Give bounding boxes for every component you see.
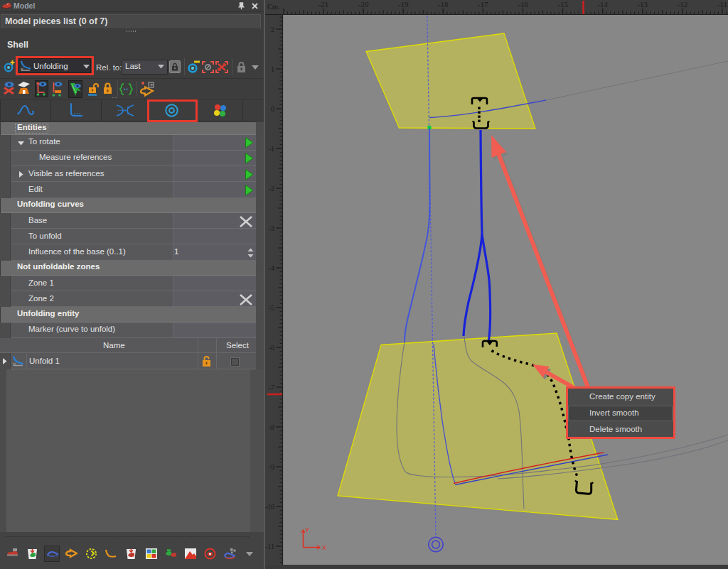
- svg-text:Y: Y: [305, 526, 309, 533]
- svg-text:-3: -3: [269, 224, 274, 232]
- svg-text:-6: -6: [269, 344, 274, 352]
- svg-text:-11: -11: [265, 543, 274, 551]
- svg-text:-9: -9: [269, 463, 274, 471]
- svg-text:-12: -12: [678, 0, 688, 9]
- svg-text:1: 1: [271, 65, 274, 73]
- svg-text:-21: -21: [318, 0, 329, 9]
- svg-text:-18: -18: [438, 0, 449, 9]
- svg-text:-1: -1: [269, 145, 274, 153]
- svg-text:-5: -5: [269, 304, 274, 312]
- svg-text:-13: -13: [637, 0, 648, 9]
- svg-text:-19: -19: [398, 0, 409, 9]
- svg-text:-8: -8: [269, 423, 274, 431]
- svg-text:-15: -15: [557, 0, 568, 9]
- svg-text:2: 2: [271, 26, 274, 33]
- svg-text:-20: -20: [358, 0, 369, 9]
- svg-text:Cm.: Cm.: [267, 3, 280, 11]
- svg-text:-16: -16: [518, 0, 528, 9]
- svg-text:-7: -7: [269, 384, 274, 391]
- svg-text:X: X: [322, 544, 326, 551]
- svg-text:-17: -17: [478, 0, 488, 9]
- svg-text:-14: -14: [597, 0, 608, 9]
- svg-text:0: 0: [271, 105, 274, 113]
- svg-text:-4: -4: [269, 264, 274, 272]
- svg-text:-2: -2: [269, 185, 274, 193]
- svg-text:-10: -10: [265, 503, 274, 511]
- svg-text:-11: -11: [717, 0, 727, 9]
